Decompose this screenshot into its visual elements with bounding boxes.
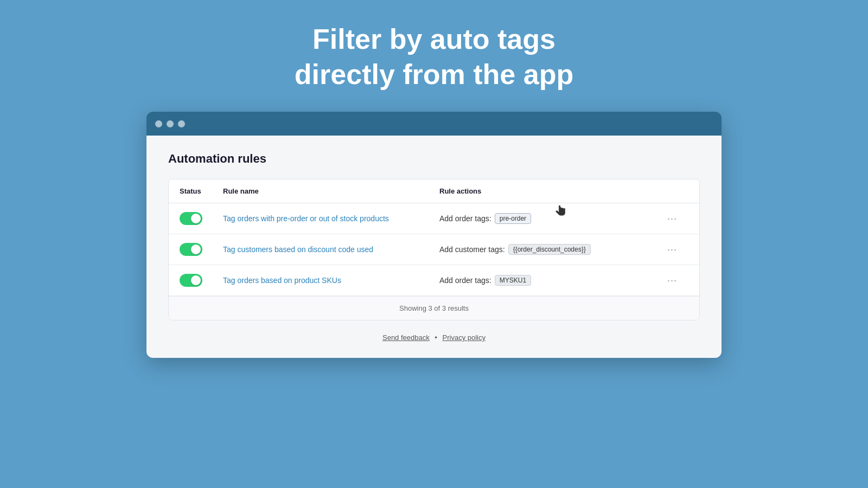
tag-badge-row2: {{order_discount_codes}} — [508, 244, 591, 255]
rule-name-link-row2[interactable]: Tag customers based on discount code use… — [223, 245, 373, 254]
footer-separator: • — [435, 333, 437, 342]
page-title: Automation rules — [168, 152, 700, 166]
toggle-row1[interactable] — [180, 212, 223, 225]
rule-actions-cell-row3: Add order tags: MYSKU1 — [439, 275, 656, 286]
table-header-row: Status Rule name Rule actions — [169, 179, 699, 203]
action-label-row3: Add order tags: — [439, 276, 492, 285]
col-header-extra — [656, 187, 688, 195]
toggle-switch-row3[interactable] — [180, 274, 202, 287]
rule-actions-cell-row1: Add order tags: pre-order — [439, 213, 656, 224]
col-header-rule-name: Rule name — [223, 187, 439, 195]
hero-line1: Filter by auto tags — [312, 23, 556, 55]
col-header-rule-actions: Rule actions — [439, 187, 656, 195]
hero-heading: Filter by auto tags directly from the ap… — [295, 22, 573, 92]
table-row: Tag orders with pre-order or out of stoc… — [169, 203, 699, 234]
traffic-dot-2 — [167, 120, 174, 127]
traffic-dot-1 — [155, 120, 162, 127]
table-row: Tag customers based on discount code use… — [169, 234, 699, 265]
action-label-row1: Add order tags: — [439, 214, 492, 223]
showing-results: Showing 3 of 3 results — [169, 296, 699, 320]
traffic-dot-3 — [178, 120, 185, 127]
toggle-row2[interactable] — [180, 243, 223, 256]
rule-name-cell-row3: Tag orders based on product SKUs — [223, 275, 439, 285]
hero-line2: directly from the app — [295, 59, 573, 90]
rule-name-cell-row1: Tag orders with pre-order or out of stoc… — [223, 214, 439, 223]
toggle-switch-row1[interactable] — [180, 212, 202, 225]
tag-badge-row1: pre-order — [495, 213, 531, 224]
browser-window: Automation rules Status Rule name Rule a… — [146, 112, 722, 358]
table-row: Tag orders based on product SKUs Add ord… — [169, 265, 699, 296]
send-feedback-link[interactable]: Send feedback — [382, 333, 430, 342]
action-label-row2: Add customer tags: — [439, 245, 505, 254]
toggle-row3[interactable] — [180, 274, 223, 287]
more-options-row1[interactable]: ··· — [656, 213, 688, 224]
rule-name-link-row3[interactable]: Tag orders based on product SKUs — [223, 276, 341, 285]
privacy-policy-link[interactable]: Privacy policy — [443, 333, 486, 342]
footer-links: Send feedback • Privacy policy — [168, 333, 700, 342]
more-options-row2[interactable]: ··· — [656, 244, 688, 255]
rule-actions-cell-row2: Add customer tags: {{order_discount_code… — [439, 244, 656, 255]
more-options-row3[interactable]: ··· — [656, 275, 688, 286]
rule-name-cell-row2: Tag customers based on discount code use… — [223, 245, 439, 254]
toggle-switch-row2[interactable] — [180, 243, 202, 256]
browser-content: Automation rules Status Rule name Rule a… — [146, 136, 722, 358]
col-header-status: Status — [180, 187, 223, 195]
cursor-hand-icon — [554, 203, 569, 219]
rule-name-link-row1[interactable]: Tag orders with pre-order or out of stoc… — [223, 214, 389, 223]
tag-badge-row3: MYSKU1 — [495, 275, 531, 286]
automation-rules-table: Status Rule name Rule actions Tag orders… — [168, 179, 700, 320]
browser-titlebar — [146, 112, 722, 136]
